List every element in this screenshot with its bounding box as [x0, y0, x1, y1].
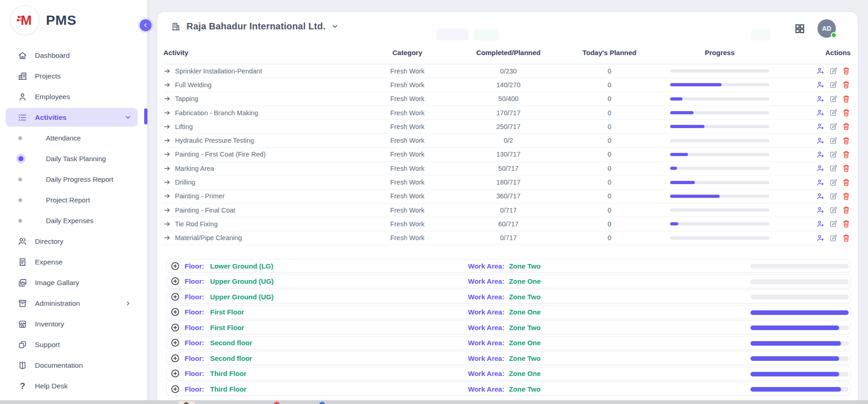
edit-button[interactable]	[829, 192, 838, 201]
edit-button[interactable]	[829, 178, 838, 187]
edit-button[interactable]	[829, 234, 838, 242]
assign-user-button[interactable]	[816, 67, 825, 75]
todays-planned-value: 0	[552, 165, 667, 172]
floor-progress-bar	[750, 356, 849, 361]
assign-user-button[interactable]	[816, 178, 825, 187]
progress-bar-fill	[670, 167, 677, 170]
floor-value: Third Floor	[210, 385, 247, 393]
delete-button[interactable]	[842, 178, 851, 187]
sidebar-item-directory[interactable]: Directory	[0, 231, 147, 252]
edit-button[interactable]	[829, 108, 838, 117]
assign-user-button[interactable]	[816, 136, 825, 145]
sidebar-item-inventory[interactable]: Inventory	[0, 314, 147, 334]
company-selector[interactable]: Raja Bahadur International Ltd.	[171, 21, 339, 32]
delete-button[interactable]	[842, 95, 851, 103]
delete-button[interactable]	[842, 219, 851, 228]
activity-category: Fresh Work	[350, 81, 465, 89]
sidebar-item-activities[interactable]: Activities	[6, 108, 138, 127]
edit-button[interactable]	[829, 95, 838, 103]
floor-progress-fill	[750, 310, 849, 315]
todays-planned-value: 0	[552, 207, 667, 214]
avatar[interactable]: AD	[817, 19, 836, 38]
sidebar-item-expense[interactable]: Expense	[0, 252, 147, 272]
completed-planned-value: 140/270	[465, 81, 552, 89]
assign-user-button[interactable]	[816, 80, 825, 89]
assign-user-button[interactable]	[816, 108, 825, 117]
expand-plus-button[interactable]	[170, 369, 180, 378]
sidebar-item-dashboard[interactable]: Dashboard	[0, 45, 147, 66]
expand-plus-button[interactable]	[170, 261, 180, 271]
edit-button[interactable]	[829, 150, 838, 159]
sidebar-subitem-attendance[interactable]: Attendance	[0, 128, 147, 148]
delete-button[interactable]	[842, 164, 851, 173]
delete-button[interactable]	[842, 108, 851, 117]
assign-user-button[interactable]	[816, 150, 825, 159]
delete-button[interactable]	[842, 206, 851, 214]
sidebar-item-label: Expense	[35, 258, 62, 266]
floor-label: Floor:	[185, 262, 204, 270]
subitem-label: Daily Expenses	[46, 217, 93, 224]
expand-plus-button[interactable]	[170, 354, 180, 363]
sidebar-item-label: Dashboard	[35, 51, 70, 60]
sidebar-item-administration[interactable]: Administration	[0, 293, 147, 314]
sidebar-item-label: Directory	[35, 237, 63, 246]
edit-button[interactable]	[829, 136, 838, 145]
table-row: Drilling Fresh Work 180/717 0	[163, 175, 851, 189]
edit-button[interactable]	[829, 206, 838, 214]
work-area-group: Work Area: Zone Two	[468, 262, 541, 270]
progress-bar	[670, 139, 769, 142]
assign-user-button[interactable]	[816, 95, 825, 103]
grid-apps-icon[interactable]	[794, 23, 806, 34]
sidebar-item-help-desk[interactable]: ? Help Desk	[0, 376, 147, 396]
expand-plus-button[interactable]	[170, 323, 180, 332]
delete-button[interactable]	[842, 192, 851, 201]
delete-button[interactable]	[842, 136, 851, 145]
delete-button[interactable]	[842, 67, 851, 75]
sidebar-collapse-button[interactable]	[140, 19, 152, 31]
expand-plus-button[interactable]	[170, 292, 180, 302]
sidebar-subitem-daily-task-planning[interactable]: Daily Task Planning	[0, 148, 147, 169]
floor-value: Lower Ground (LG)	[210, 262, 273, 270]
edit-button[interactable]	[829, 67, 838, 75]
expand-plus-button[interactable]	[170, 338, 180, 348]
sidebar-subitem-daily-progress-report[interactable]: Daily Progress Report	[0, 169, 147, 190]
table-row: Marking Area Fresh Work 50/717 0	[163, 162, 851, 175]
delete-button[interactable]	[842, 150, 851, 159]
assign-user-button[interactable]	[816, 192, 825, 201]
assign-user-button[interactable]	[816, 164, 825, 173]
todays-planned-value: 0	[552, 137, 667, 144]
completed-planned-value: 60/717	[465, 220, 552, 228]
taskbar-red-icon[interactable]	[274, 402, 280, 404]
sidebar-item-projects[interactable]: Projects	[0, 66, 147, 86]
activity-category: Fresh Work	[350, 165, 465, 172]
delete-button[interactable]	[842, 234, 851, 242]
home-icon	[17, 50, 28, 61]
edit-button[interactable]	[829, 164, 838, 173]
activity-name: Full Welding	[175, 81, 212, 89]
sidebar-item-image-gallary[interactable]: Image Gallary	[0, 272, 147, 293]
assign-user-button[interactable]	[816, 122, 825, 131]
activity-category: Fresh Work	[350, 151, 465, 158]
edit-button[interactable]	[829, 80, 838, 89]
sidebar-subitem-project-report[interactable]: Project Report	[0, 190, 147, 210]
assign-user-button[interactable]	[816, 219, 825, 228]
taskbar-photo-icon[interactable]	[178, 401, 195, 404]
expand-plus-button[interactable]	[170, 384, 180, 394]
avatar-initials: AD	[822, 25, 831, 32]
progress-bar-fill	[670, 181, 695, 184]
assign-user-button[interactable]	[816, 234, 825, 242]
expand-plus-button[interactable]	[170, 276, 180, 286]
expand-plus-button[interactable]	[170, 307, 180, 317]
sidebar-item-employees[interactable]: Employees	[0, 86, 147, 107]
floor-label: Floor:	[185, 308, 204, 316]
sidebar-item-documentation[interactable]: Documentation	[0, 355, 147, 376]
floor-progress-fill	[750, 387, 841, 392]
edit-button[interactable]	[829, 122, 838, 131]
taskbar-blue-icon[interactable]	[319, 402, 325, 404]
sidebar-item-support[interactable]: Support	[0, 334, 147, 355]
delete-button[interactable]	[842, 80, 851, 89]
delete-button[interactable]	[842, 122, 851, 131]
sidebar-subitem-daily-expenses[interactable]: Daily Expenses	[0, 210, 147, 231]
edit-button[interactable]	[829, 219, 838, 228]
assign-user-button[interactable]	[816, 206, 825, 214]
